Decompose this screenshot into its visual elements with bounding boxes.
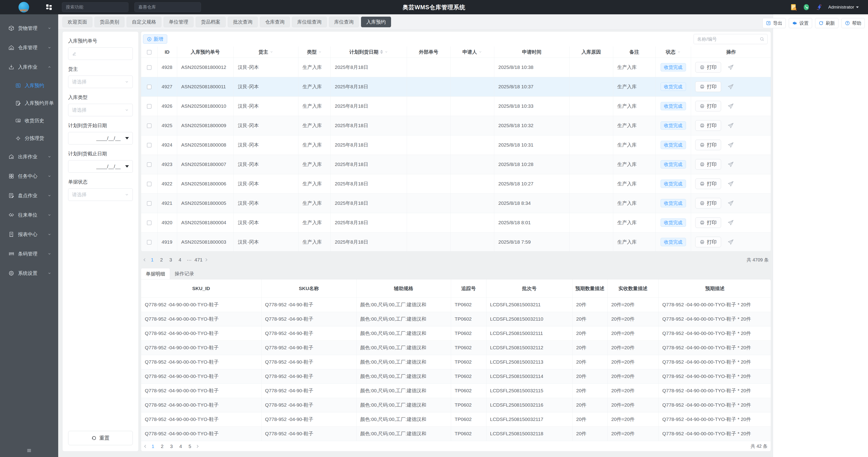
page-button[interactable]: 3 xyxy=(167,256,175,264)
order-no-field[interactable] xyxy=(68,48,133,60)
row-checkbox[interactable] xyxy=(147,240,152,245)
user-menu[interactable]: Administrator xyxy=(828,5,859,10)
page-button[interactable]: 2 xyxy=(158,442,166,450)
plan-end-date-input[interactable]: ____/__/__ xyxy=(68,160,133,173)
tab-location-query[interactable]: 库位查询 xyxy=(329,17,359,27)
row-checkbox[interactable] xyxy=(147,85,152,89)
notes-icon[interactable] xyxy=(789,3,797,11)
sidebar-item-barcode[interactable]: 条码管理 xyxy=(0,244,58,263)
tab-doc-detail[interactable]: 单据明细 xyxy=(141,268,170,279)
sidebar-item-goods[interactable]: 货物管理 xyxy=(0,19,58,38)
function-search-input[interactable] xyxy=(62,2,128,12)
add-button[interactable]: 新增 xyxy=(143,34,167,44)
select-all-checkbox[interactable] xyxy=(147,50,152,55)
sidebar-item-warehouse[interactable]: 仓库管理 xyxy=(0,38,58,57)
tab-operation-log[interactable]: 操作记录 xyxy=(170,268,199,279)
page-button[interactable]: 471 xyxy=(194,256,203,264)
row-checkbox[interactable] xyxy=(147,65,152,70)
page-button[interactable]: 1 xyxy=(148,256,156,264)
reset-button[interactable]: 重置 xyxy=(68,431,133,445)
filter-chevron-icon[interactable] xyxy=(270,50,273,54)
doc-status-select[interactable]: 请选择 xyxy=(68,189,133,201)
print-button[interactable]: 打印 xyxy=(695,237,721,247)
tab-batch-query[interactable]: 批次查询 xyxy=(228,17,258,27)
sidebar-item-inbound[interactable]: 入库作业 xyxy=(0,57,58,77)
row-checkbox[interactable] xyxy=(147,221,152,225)
sidebar-item-settings[interactable]: 系统设置 xyxy=(0,263,58,283)
tab-inbound-reservation[interactable]: 入库预约 xyxy=(361,17,391,27)
filter-chevron-icon[interactable] xyxy=(677,50,681,54)
send-icon[interactable] xyxy=(727,200,734,207)
owner-select[interactable]: 请选择 xyxy=(68,76,133,88)
sidebar-item-inbound-reservation[interactable]: 入库预约 xyxy=(0,77,58,94)
sidebar-item-sorting[interactable]: 分拣理货 xyxy=(0,130,58,147)
row-checkbox[interactable] xyxy=(147,104,152,109)
col-plan-date[interactable]: 计划到货日期 xyxy=(331,47,407,58)
row-checkbox[interactable] xyxy=(147,123,152,128)
page-button[interactable]: 4 xyxy=(176,256,184,264)
plan-start-date-input[interactable]: ____/__/__ xyxy=(68,132,133,144)
order-no-input[interactable] xyxy=(79,51,129,56)
send-icon[interactable] xyxy=(727,219,734,226)
print-button[interactable]: 打印 xyxy=(695,101,721,111)
page-button[interactable]: 5 xyxy=(186,442,194,450)
filter-chevron-icon[interactable] xyxy=(384,50,388,54)
page-button[interactable]: 2 xyxy=(157,256,165,264)
print-button[interactable]: 打印 xyxy=(695,62,721,73)
tab-goods-category[interactable]: 货品类别 xyxy=(94,17,124,27)
send-icon[interactable] xyxy=(727,83,734,90)
sort-icon[interactable] xyxy=(380,50,383,54)
list-search-input[interactable] xyxy=(697,36,760,42)
page-button[interactable]: 4 xyxy=(177,442,185,450)
collapse-menu-icon[interactable] xyxy=(26,448,32,453)
col-applicant[interactable]: 申请人 xyxy=(451,47,494,58)
sidebar-item-tasks[interactable]: 任务中心 xyxy=(0,166,58,186)
row-checkbox[interactable] xyxy=(147,143,152,147)
phone-icon[interactable] xyxy=(802,3,810,11)
sidebar-item-receiving-history[interactable]: 收货历史 xyxy=(0,112,58,130)
print-button[interactable]: 打印 xyxy=(695,81,721,92)
print-button[interactable]: 打印 xyxy=(695,140,721,150)
row-checkbox[interactable] xyxy=(147,182,152,186)
tab-welcome[interactable]: 欢迎页面 xyxy=(62,17,92,27)
page-button[interactable]: 3 xyxy=(167,442,175,450)
next-page-icon[interactable] xyxy=(204,258,209,262)
tab-goods-archive[interactable]: 货品档案 xyxy=(196,17,226,27)
sidebar-item-stocktake[interactable]: 盘点作业 xyxy=(0,186,58,205)
bolt-icon[interactable] xyxy=(815,3,823,11)
print-button[interactable]: 打印 xyxy=(695,217,721,228)
send-icon[interactable] xyxy=(727,238,734,246)
print-button[interactable]: 打印 xyxy=(695,120,721,131)
sidebar-item-inbound-billing[interactable]: 入库预约开单 xyxy=(0,94,58,112)
sidebar-item-reports[interactable]: 报表中心 xyxy=(0,225,58,244)
send-icon[interactable] xyxy=(727,64,734,71)
settings-button[interactable]: 设置 xyxy=(789,18,812,28)
prev-page-icon[interactable] xyxy=(143,444,148,449)
page-button[interactable]: ··· xyxy=(185,256,193,264)
tab-custom-spec[interactable]: 自定义规格 xyxy=(127,17,161,27)
send-icon[interactable] xyxy=(727,180,734,187)
tab-location-group-query[interactable]: 库位组查询 xyxy=(292,17,327,27)
warehouse-input[interactable] xyxy=(134,2,201,12)
print-button[interactable]: 打印 xyxy=(695,178,721,189)
send-icon[interactable] xyxy=(727,161,734,168)
sidebar-item-outbound[interactable]: 出库作业 xyxy=(0,147,58,166)
filter-chevron-icon[interactable] xyxy=(318,50,322,54)
send-icon[interactable] xyxy=(727,103,734,110)
row-checkbox[interactable] xyxy=(147,201,152,206)
tab-unit-management[interactable]: 单位管理 xyxy=(163,17,193,27)
export-button[interactable]: 导出 xyxy=(763,18,786,28)
inbound-type-select[interactable]: 请选择 xyxy=(68,104,133,116)
print-button[interactable]: 打印 xyxy=(695,159,721,170)
list-search-box[interactable] xyxy=(693,34,768,44)
help-button[interactable]: 帮助 xyxy=(841,18,865,28)
row-checkbox[interactable] xyxy=(147,162,152,167)
tab-warehouse-query[interactable]: 仓库查询 xyxy=(260,17,290,27)
col-owner[interactable]: 货主 xyxy=(234,47,298,58)
app-logo-icon[interactable]: WMS xyxy=(19,2,29,12)
apps-grid-icon[interactable] xyxy=(46,4,52,10)
sidebar-item-partners[interactable]: 往来单位 xyxy=(0,205,58,225)
refresh-button[interactable]: 刷新 xyxy=(815,18,838,28)
page-button[interactable]: 1 xyxy=(149,442,157,450)
send-icon[interactable] xyxy=(727,122,734,129)
